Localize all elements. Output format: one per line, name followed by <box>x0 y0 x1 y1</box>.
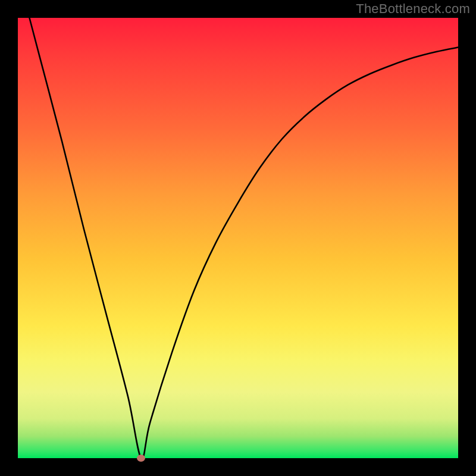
chart-container: TheBottleneck.com <box>0 0 476 476</box>
bottleneck-curve <box>18 18 458 458</box>
plot-area <box>18 18 458 458</box>
optimal-point-marker <box>137 455 145 462</box>
attribution-link[interactable]: TheBottleneck.com <box>356 1 470 17</box>
